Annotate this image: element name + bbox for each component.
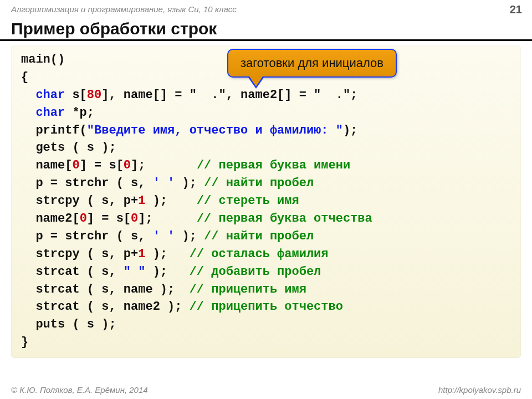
slide-title: Пример обработки строк [0,16,532,41]
code-line: strcpy ( s, p+1 ); // стереть имя [21,192,511,210]
code-line: char *p; [21,104,511,122]
code-line: strcat ( s, name ); // прицепить имя [21,281,511,299]
code-line: name2[0] = s[0]; // первая буква отчеств… [21,210,511,228]
page-number: 21 [510,3,522,16]
code-line: } [21,334,511,351]
code-line: p = strchr ( s, ' ' ); // найти пробел [21,228,511,245]
course-header: Алгоритмизация и программирование, язык … [0,0,532,16]
callout-text: заготовки для инициалов [227,49,397,78]
code-line: strcat ( s, " " ); // добавить пробел [21,263,511,281]
code-block: заготовки для инициалов main() { char s[… [11,45,521,358]
code-line: p = strchr ( s, ' ' ); // найти пробел [21,175,511,192]
footer-url: http://kpolyakov.spb.ru [438,385,521,395]
footer: © К.Ю. Поляков, Е.А. Ерёмин, 2014 http:/… [11,385,521,395]
code-line: char s[80], name[] = " .", name2[] = " .… [21,86,511,104]
code-line: gets ( s ); [21,139,511,157]
code-line: name[0] = s[0]; // первая буква имени [21,157,511,175]
code-line: strcpy ( s, p+1 ); // осталась фамилия [21,245,511,263]
code-line: printf("Введите имя, отчество и фамилию:… [21,122,511,140]
callout: заготовки для инициалов [227,49,397,78]
code-line: strcat ( s, name2 ); // прицепить отчест… [21,298,511,316]
footer-author: © К.Ю. Поляков, Е.А. Ерёмин, 2014 [11,385,148,395]
code-line: puts ( s ); [21,316,511,334]
